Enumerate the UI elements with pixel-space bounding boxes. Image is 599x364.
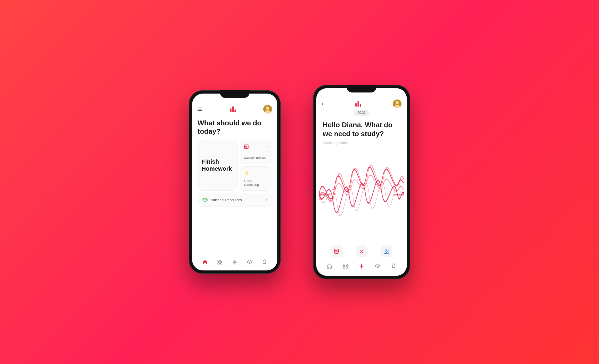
card-review[interactable]: › Review studies bbox=[240, 140, 272, 164]
waveform-svg bbox=[319, 147, 404, 243]
review-icon bbox=[244, 144, 249, 151]
svg-rect-34 bbox=[343, 264, 345, 266]
bar2-1 bbox=[355, 103, 357, 107]
waveform-container bbox=[319, 147, 404, 243]
svg-point-22 bbox=[396, 101, 399, 104]
svg-rect-19 bbox=[220, 263, 222, 264]
bar-2 bbox=[232, 106, 234, 112]
svg-rect-36 bbox=[343, 267, 345, 268]
learn-label: Learn something bbox=[244, 179, 268, 187]
svg-rect-4 bbox=[245, 146, 247, 147]
avatar-2[interactable] bbox=[393, 99, 401, 108]
action-camera[interactable] bbox=[380, 245, 392, 257]
bar2-2 bbox=[358, 101, 359, 107]
phone1-title: What should we do today? bbox=[192, 116, 277, 140]
avatar-1[interactable] bbox=[263, 105, 272, 114]
filter-icon[interactable] bbox=[198, 108, 202, 111]
greeting-text: Hello Diana, What do we need to study? bbox=[316, 117, 407, 140]
bars-logo-1 bbox=[230, 106, 236, 112]
nav-layers-1[interactable] bbox=[247, 259, 253, 265]
nav-grid-1[interactable] bbox=[217, 259, 223, 265]
chevron-resource: › bbox=[266, 197, 267, 203]
nav-spark-1[interactable] bbox=[232, 259, 238, 265]
nav-bell-1[interactable] bbox=[261, 259, 267, 265]
bars-logo-2 bbox=[355, 101, 361, 107]
notch-1 bbox=[220, 90, 250, 98]
svg-rect-16 bbox=[218, 260, 219, 262]
review-label: Review studies bbox=[244, 156, 268, 160]
svg-rect-37 bbox=[346, 267, 348, 268]
spacer-1 bbox=[192, 209, 277, 256]
nav-home-1[interactable] bbox=[202, 259, 208, 265]
resource-label: Aditional Resources bbox=[211, 198, 242, 202]
action-close[interactable] bbox=[356, 245, 367, 257]
svg-point-6 bbox=[246, 172, 248, 174]
card-learn[interactable]: › Learn something bbox=[240, 166, 272, 191]
phone-2: ‹ 00:31 Hello Diana bbox=[313, 85, 410, 279]
phone2-bottom-nav bbox=[316, 260, 407, 276]
learn-icon bbox=[244, 170, 249, 177]
bar-1 bbox=[230, 108, 232, 112]
nav-grid-2[interactable] bbox=[342, 263, 348, 270]
action-note[interactable] bbox=[331, 245, 343, 257]
resource-row[interactable]: Aditional Resources › bbox=[198, 193, 272, 207]
svg-rect-5 bbox=[245, 147, 247, 147]
chevron-learn: › bbox=[267, 170, 268, 175]
svg-rect-18 bbox=[218, 263, 219, 264]
bar2-3 bbox=[360, 104, 361, 107]
svg-line-11 bbox=[245, 172, 246, 172]
resource-icon bbox=[202, 197, 208, 203]
phone-2-screen: ‹ 00:31 Hello Diana bbox=[316, 88, 407, 276]
svg-point-33 bbox=[386, 251, 387, 253]
card-homework[interactable]: Finish Homework bbox=[198, 140, 238, 191]
svg-rect-17 bbox=[220, 260, 222, 262]
phone1-bottom-nav bbox=[192, 256, 277, 270]
nav-home-2[interactable] bbox=[326, 263, 332, 270]
cards-grid: Finish Homework bbox=[192, 140, 277, 191]
timer-wrapper: 00:31 bbox=[316, 110, 407, 117]
back-button[interactable]: ‹ bbox=[322, 100, 324, 107]
bar-3 bbox=[234, 109, 236, 112]
checking-status: Checking folder... bbox=[316, 140, 407, 147]
phones-container: What should we do today? Finish Homework bbox=[189, 85, 410, 279]
homework-text: Finish Homework bbox=[202, 158, 234, 173]
nav-layers-2[interactable] bbox=[375, 263, 381, 270]
nav-spark-2[interactable] bbox=[358, 263, 365, 270]
phone-1: What should we do today? Finish Homework bbox=[189, 90, 281, 274]
nav-bell-2[interactable] bbox=[391, 263, 397, 270]
svg-point-1 bbox=[266, 107, 269, 110]
timer-badge: 00:31 bbox=[354, 110, 369, 116]
svg-rect-35 bbox=[346, 264, 348, 266]
phone-1-screen: What should we do today? Finish Homework bbox=[192, 94, 277, 270]
svg-line-12 bbox=[248, 174, 248, 175]
action-buttons bbox=[316, 243, 407, 260]
notch-2 bbox=[347, 85, 376, 92]
chevron-review: › bbox=[267, 144, 268, 148]
resource-left: Aditional Resources bbox=[202, 197, 242, 203]
card-row-top: Finish Homework bbox=[198, 140, 272, 191]
